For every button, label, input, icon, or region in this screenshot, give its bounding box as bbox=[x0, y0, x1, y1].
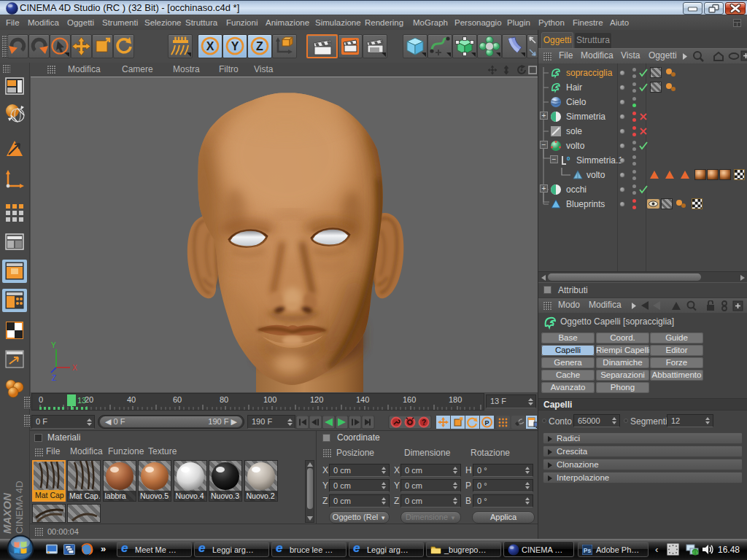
svg-text:80: 80 bbox=[220, 395, 228, 404]
svg-text:0: 0 bbox=[39, 395, 43, 404]
svg-text:60: 60 bbox=[173, 395, 182, 404]
svg-text:40: 40 bbox=[127, 395, 136, 404]
svg-text:0: 0 bbox=[567, 155, 570, 162]
svg-text:Y: Y bbox=[231, 40, 239, 52]
svg-text:X: X bbox=[206, 40, 214, 52]
svg-text:140: 140 bbox=[356, 395, 369, 404]
svg-text:120: 120 bbox=[310, 395, 323, 404]
svg-text:Y: Y bbox=[51, 341, 56, 349]
svg-text:160: 160 bbox=[403, 395, 416, 404]
svg-text:MAXON: MAXON bbox=[1, 492, 13, 534]
svg-text:13: 13 bbox=[77, 396, 86, 405]
svg-text:100: 100 bbox=[263, 395, 276, 404]
svg-text:Z: Z bbox=[256, 40, 263, 52]
svg-text:Z: Z bbox=[52, 374, 56, 382]
svg-text:P: P bbox=[484, 419, 489, 427]
svg-text:X: X bbox=[72, 364, 77, 372]
svg-text:180: 180 bbox=[449, 395, 462, 404]
svg-text:CINEMA 4D: CINEMA 4D bbox=[14, 481, 25, 534]
svg-text:Ps: Ps bbox=[584, 547, 592, 554]
svg-text:?: ? bbox=[422, 419, 426, 427]
